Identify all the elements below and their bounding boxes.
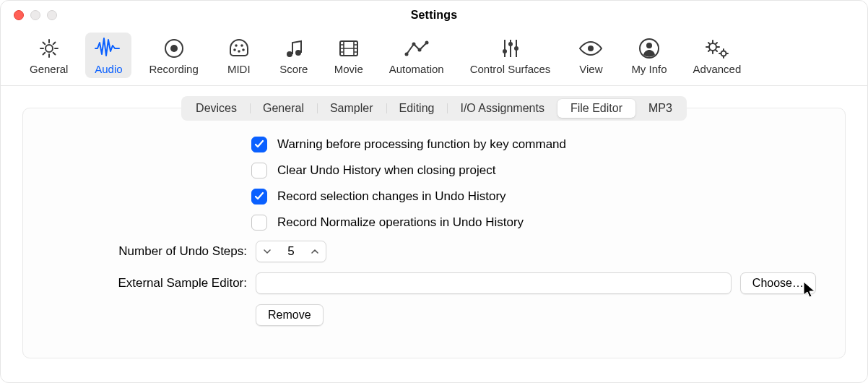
toolbar-label: Audio: [95, 63, 122, 75]
svg-point-5: [242, 48, 245, 51]
toolbar-item-recording[interactable]: Recording: [140, 33, 207, 78]
eye-icon: [576, 37, 605, 60]
svg-point-7: [240, 44, 243, 47]
content-area: Devices General Sampler Editing I/O Assi…: [1, 86, 867, 358]
subtab-general[interactable]: General: [250, 99, 317, 118]
stepper-increment-icon[interactable]: [304, 241, 326, 262]
external-editor-row: External Sample Editor: Choose…: [52, 272, 816, 294]
svg-point-14: [425, 41, 428, 45]
subtab-file-editor[interactable]: File Editor: [557, 99, 635, 118]
undo-steps-stepper[interactable]: 5: [256, 241, 326, 262]
check-row-record-selection: Record selection changes in Undo History: [251, 189, 816, 205]
check-row-warn-process: Warning before processing function by ke…: [251, 137, 816, 152]
stepper-value: 5: [278, 244, 304, 259]
checkbox-warn-process[interactable]: [251, 137, 267, 152]
subtab-sampler[interactable]: Sampler: [317, 99, 386, 118]
undo-steps-row: Number of Undo Steps: 5: [52, 241, 816, 262]
svg-point-22: [721, 51, 726, 56]
svg-point-17: [514, 46, 518, 51]
undo-steps-label: Number of Undo Steps:: [52, 244, 247, 259]
toolbar-label: Score: [279, 63, 308, 75]
svg-point-11: [404, 53, 408, 56]
subtab-devices[interactable]: Devices: [183, 99, 250, 118]
file-editor-panel: Devices General Sampler Editing I/O Assi…: [22, 108, 846, 358]
svg-point-15: [503, 49, 507, 53]
toolbar-item-midi[interactable]: MIDI: [216, 33, 262, 78]
gear-icon: [35, 37, 64, 60]
window-title: Settings: [1, 9, 867, 22]
toolbar-item-control-surfaces[interactable]: Control Surfaces: [461, 33, 560, 78]
choose-button[interactable]: Choose…: [740, 272, 816, 294]
midi-port-icon: [225, 37, 253, 60]
subtab-mp3[interactable]: MP3: [635, 99, 685, 118]
svg-point-18: [588, 46, 594, 51]
checkbox-clear-undo[interactable]: [251, 163, 267, 178]
toolbar-item-audio[interactable]: Audio: [85, 33, 131, 78]
toolbar-item-automation[interactable]: Automation: [381, 33, 453, 78]
checkbox-record-selection[interactable]: [251, 189, 267, 205]
toolbar-label: Movie: [334, 63, 363, 75]
remove-row: Remove: [52, 304, 816, 326]
toolbar-label: View: [579, 63, 602, 75]
waveform-icon: [94, 37, 123, 60]
titlebar: Settings: [1, 1, 867, 30]
svg-point-12: [412, 43, 415, 46]
sliders-icon: [496, 37, 525, 60]
toolbar-item-movie[interactable]: Movie: [326, 33, 372, 78]
svg-point-8: [287, 51, 292, 57]
automation-curve-icon: [402, 37, 431, 60]
remove-button[interactable]: Remove: [256, 304, 324, 326]
stepper-decrement-icon[interactable]: [256, 241, 278, 262]
subtab-editing[interactable]: Editing: [386, 99, 448, 118]
checkbox-record-normalize[interactable]: [251, 215, 267, 231]
svg-point-13: [417, 48, 421, 52]
svg-point-16: [508, 42, 513, 46]
svg-point-9: [295, 50, 301, 56]
toolbar-item-general[interactable]: General: [21, 33, 77, 78]
toolbar-label: MIDI: [227, 63, 251, 75]
checkbox-label: Record Normalize operations in Undo Hist…: [277, 215, 524, 230]
check-row-record-normalize: Record Normalize operations in Undo Hist…: [251, 215, 816, 231]
form-area: Warning before processing function by ke…: [23, 137, 845, 358]
music-notes-icon: [279, 37, 308, 60]
external-editor-input[interactable]: [256, 272, 732, 294]
toolbar-label: Advanced: [693, 63, 742, 75]
settings-window: Settings General Audio: [0, 0, 868, 383]
subtab-io-assignments[interactable]: I/O Assignments: [447, 99, 557, 118]
checkbox-label: Record selection changes in Undo History: [277, 189, 506, 204]
svg-point-6: [235, 44, 238, 47]
toolbar: General Audio Recording: [1, 30, 867, 86]
film-icon: [334, 37, 363, 60]
external-editor-label: External Sample Editor:: [52, 276, 247, 291]
checkbox-label: Clear Undo History when closing project: [277, 163, 495, 178]
subtab-bar: Devices General Sampler Editing I/O Assi…: [181, 96, 687, 121]
toolbar-label: My Info: [631, 63, 667, 75]
svg-point-20: [646, 43, 652, 48]
toolbar-label: Automation: [389, 63, 444, 75]
checkbox-label: Warning before processing function by ke…: [277, 137, 566, 152]
svg-point-4: [238, 50, 240, 53]
toolbar-item-my-info[interactable]: My Info: [622, 33, 675, 78]
toolbar-item-view[interactable]: View: [568, 33, 614, 78]
toolbar-item-advanced[interactable]: Advanced: [685, 33, 750, 78]
check-row-clear-undo: Clear Undo History when closing project: [251, 163, 816, 178]
svg-point-2: [170, 45, 178, 52]
svg-point-3: [233, 48, 236, 51]
toolbar-label: General: [30, 63, 68, 75]
user-icon: [635, 37, 664, 60]
toolbar-label: Control Surfaces: [470, 63, 551, 75]
svg-point-0: [45, 45, 53, 52]
toolbar-item-score[interactable]: Score: [271, 33, 317, 78]
record-icon: [160, 37, 188, 60]
toolbar-label: Recording: [149, 63, 198, 75]
gears-icon: [703, 37, 732, 60]
